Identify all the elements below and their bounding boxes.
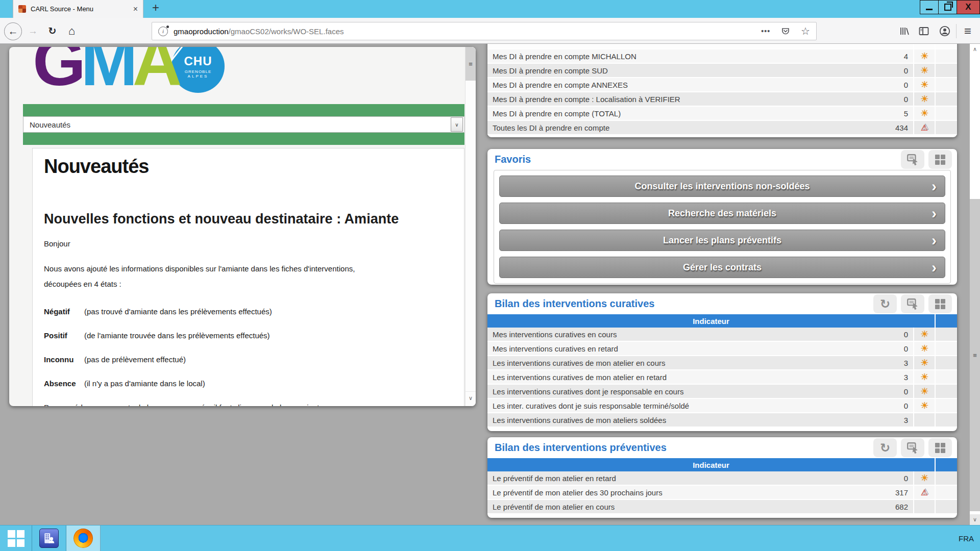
no-icon[interactable] (913, 500, 935, 513)
indicator-value: 0 (878, 471, 913, 485)
table-row[interactable]: Le préventif de mon atelier en cours682 (487, 500, 957, 514)
indicator-value: 0 (878, 78, 913, 91)
screen: CARL Source - Menu × + X ← → ↻ ⌂ i gmaop… (0, 0, 980, 551)
row-tail-cell (935, 471, 957, 485)
gear-icon[interactable] (913, 471, 935, 485)
gear-icon[interactable] (913, 385, 935, 398)
home-button[interactable]: ⌂ (63, 22, 80, 39)
forward-button[interactable]: → (24, 22, 41, 39)
warning-icon[interactable] (913, 121, 935, 134)
panel-scroll-down-icon[interactable]: ∨ (465, 391, 476, 404)
chevron-down-icon[interactable]: ∨ (451, 117, 463, 132)
bookmark-star-icon[interactable]: ☆ (801, 25, 810, 37)
chu-logo: CHU GRENOBLE ALPES (172, 47, 225, 93)
indicator-value: 317 (878, 486, 913, 499)
page-scrollbar-thumb[interactable]: ≡ (970, 199, 980, 511)
refresh-widget-button[interactable]: ↻ (873, 438, 897, 457)
panel-scrollbar-thumb[interactable]: ≡ (465, 47, 476, 81)
sidebar-icon[interactable] (916, 23, 932, 39)
scroll-up-icon[interactable]: ∧ (970, 44, 980, 54)
row-tail-cell (935, 92, 957, 106)
screen-pointer-icon (906, 297, 919, 311)
url-bar[interactable]: i gmaoproduction/gmaoCS02/works/WO-SEL.f… (152, 22, 817, 40)
no-icon[interactable] (913, 413, 935, 427)
page-actions-icon[interactable]: ••• (761, 27, 770, 35)
gear-icon[interactable] (913, 370, 935, 384)
taskbar-app-firefox[interactable] (66, 525, 101, 551)
library-icon[interactable] (896, 23, 913, 39)
gear-icon[interactable] (913, 356, 935, 369)
table-row[interactable]: Les interventions curatives de mon ateli… (487, 413, 957, 428)
site-info-icon[interactable]: i (158, 27, 168, 36)
gear-icon[interactable] (913, 399, 935, 412)
page-scrollbar[interactable]: ∧ ≡ ∨ (970, 44, 980, 525)
table-row[interactable]: Mes DI à prendre en compte SUD0 (487, 64, 957, 78)
gear-icon[interactable] (913, 64, 935, 77)
news-article: Nouveautés Nouvelles fonctions et nouvea… (32, 148, 464, 406)
gear-icon[interactable] (913, 328, 935, 341)
windows-taskbar: FRA (0, 525, 980, 551)
table-row[interactable]: Les interventions curatives de mon ateli… (487, 370, 957, 385)
tile-layout-button[interactable] (928, 294, 952, 313)
indicator-label: Mes DI à prendre en compte ANNEXES (487, 78, 878, 91)
table-row[interactable]: Mes DI à prendre en compte ANNEXES0 (487, 78, 957, 92)
favorite-button[interactable]: Consulter les interventions non-soldées› (499, 176, 945, 197)
gear-icon[interactable] (913, 342, 935, 355)
indicator-value: 0 (878, 385, 913, 398)
table-row[interactable]: Mes DI à prendre en compte (TOTAL)5 (487, 107, 957, 121)
refresh-widget-button[interactable]: ↻ (873, 294, 897, 313)
language-indicator[interactable]: FRA (952, 525, 980, 551)
new-tab-button[interactable]: + (152, 1, 159, 15)
account-icon[interactable] (937, 23, 953, 39)
edit-widget-button[interactable] (901, 438, 924, 457)
taskbar-app-directory[interactable] (32, 525, 66, 551)
table-row[interactable]: Mes DI à prendre en compte : Localisatio… (487, 92, 957, 107)
close-button[interactable]: X (957, 0, 980, 14)
restore-button[interactable] (938, 0, 957, 14)
table-row[interactable]: Le préventif de mon atelier en retard0 (487, 471, 957, 486)
favorite-button[interactable]: Gérer les contrats› (499, 257, 945, 278)
edit-widget-button[interactable] (901, 150, 924, 169)
row-tail-cell (935, 356, 957, 369)
tab-close-icon[interactable]: × (133, 5, 138, 14)
tiles-icon (934, 298, 946, 310)
article-footer: Pour accéder aux rapports de la zone con… (44, 403, 449, 406)
menu-select-value: Nouveautés (23, 120, 451, 129)
start-button[interactable] (0, 525, 32, 551)
tile-layout-button[interactable] (928, 438, 952, 457)
gear-icon[interactable] (913, 92, 935, 106)
table-row[interactable]: Les interventions curatives dont je resp… (487, 385, 957, 399)
favorite-button[interactable]: Recherche des matériels› (499, 203, 945, 224)
scroll-down-icon[interactable]: ∨ (970, 514, 980, 525)
indicator-value: 3 (878, 356, 913, 369)
gear-icon[interactable] (913, 78, 935, 91)
browser-tab[interactable]: CARL Source - Menu × (13, 0, 143, 18)
edit-widget-button[interactable] (901, 294, 924, 313)
favorite-button[interactable]: Lancer les plans préventifs› (499, 230, 945, 251)
table-row[interactable]: Les inter. curatives dont je suis respon… (487, 399, 957, 413)
pocket-icon[interactable] (781, 27, 790, 36)
tile-layout-button[interactable] (928, 150, 952, 169)
table-row[interactable]: Les interventions curatives de mon ateli… (487, 356, 957, 370)
gear-icon[interactable] (913, 107, 935, 120)
back-button[interactable]: ← (4, 22, 22, 40)
minimize-button[interactable] (920, 0, 939, 14)
state-term: Positif (44, 331, 84, 340)
table-row[interactable]: Toutes les DI à prendre en compte434 (487, 121, 957, 135)
row-tail-cell (935, 500, 957, 513)
gear-icon[interactable] (913, 49, 935, 63)
menu-icon[interactable]: ≡ (960, 23, 976, 39)
table-row[interactable]: Le préventif de mon atelier des 30 proch… (487, 486, 957, 500)
warning-icon[interactable] (913, 486, 935, 499)
refresh-icon: ↻ (880, 298, 890, 310)
table-row[interactable]: Mes DI à prendre en compte MICHALLON4 (487, 49, 957, 64)
menu-select[interactable]: Nouveautés ∨ (23, 116, 464, 133)
panel-scrollbar[interactable]: ≡ ∨ (465, 47, 476, 406)
table-row[interactable]: Mes interventions curatives en retard0 (487, 342, 957, 356)
state-term: Absence (44, 379, 84, 388)
table-row[interactable]: Mes interventions curatives en cours0 (487, 328, 957, 342)
reload-button[interactable]: ↻ (44, 22, 61, 39)
chevron-right-icon: › (932, 261, 937, 273)
widget-title-row: Bilan des interventions préventives ↻ (487, 437, 957, 458)
carl-favicon-icon (18, 5, 26, 13)
